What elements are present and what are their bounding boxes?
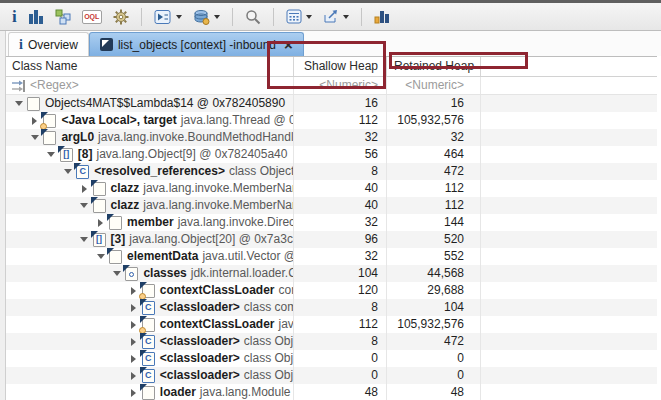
table-row[interactable]: C<classloader>class com8104 xyxy=(6,299,657,316)
class-name-cell: classesjdk.internal.loader.Cla xyxy=(6,265,294,282)
field-name: <Java Local>, target xyxy=(61,112,176,129)
reference-decorator-icon xyxy=(123,265,130,272)
table-row[interactable]: C<resolved_references>class Object[] @84… xyxy=(6,163,657,180)
collapse-twisty[interactable] xyxy=(28,129,41,146)
class-name-cell: clazzjava.lang.invoke.MemberName xyxy=(6,197,294,214)
collapse-twisty[interactable] xyxy=(78,197,91,214)
reference-decorator-icon xyxy=(140,316,147,323)
expand-twisty[interactable] xyxy=(94,214,107,231)
class-name-cell: contextClassLoaderjava xyxy=(6,316,294,333)
retained-heap-value: 29,688 xyxy=(387,282,481,299)
dominator-tree-button[interactable] xyxy=(53,6,73,28)
class-type: com xyxy=(279,282,295,299)
table-row[interactable]: contextClassLoadercom12029,688 xyxy=(6,282,657,299)
table-row[interactable]: clazzjava.lang.invoke.MemberName40112 xyxy=(6,180,657,197)
shallow-heap-filter-input[interactable]: <Numeric> xyxy=(294,77,387,94)
class-name-cell: elementDatajava.util.Vector @ 0x xyxy=(6,248,294,265)
chevron-down-icon xyxy=(306,15,312,19)
expand-twisty[interactable] xyxy=(127,350,140,367)
table-row[interactable]: C<classloader>class Obje00 xyxy=(6,367,657,384)
retained-heap-value: 16 xyxy=(387,95,481,112)
class-type: java.lang.invoke.DirectMe xyxy=(178,214,294,231)
histogram-button[interactable] xyxy=(26,6,46,28)
reference-decorator-icon xyxy=(107,248,114,255)
collapse-twisty[interactable] xyxy=(110,265,123,282)
heap-dump-button[interactable] xyxy=(191,6,222,28)
expand-twisty[interactable] xyxy=(127,367,140,384)
table-row[interactable]: [][3]java.lang.Object[20] @ 0x7a3c96520 xyxy=(6,231,657,248)
query-browser-button[interactable] xyxy=(152,6,184,28)
search-button[interactable] xyxy=(243,6,263,28)
filter-row: <Regex> <Numeric> <Numeric> xyxy=(6,77,657,95)
close-icon[interactable]: × xyxy=(284,38,293,51)
table-row[interactable]: <Java Local>, targetjava.lang.Thread @ 0… xyxy=(6,112,657,129)
shallow-heap-value: 56 xyxy=(294,146,387,163)
class-type: class Obje xyxy=(244,333,294,350)
row-filler xyxy=(481,367,657,384)
retained-heap-value: 552 xyxy=(387,248,481,265)
table-row[interactable]: argL0java.lang.invoke.BoundMethodHandle$… xyxy=(6,129,657,146)
reference-decorator-icon xyxy=(140,299,147,306)
table-row[interactable]: Objects4MAT$$Lambda$14 @ 0x7824058901616 xyxy=(6,95,657,112)
compare-button[interactable] xyxy=(372,6,392,28)
expand-twisty[interactable] xyxy=(127,316,140,333)
class-icon: C xyxy=(142,369,155,383)
column-header-class-name[interactable]: Class Name xyxy=(6,57,294,76)
retained-heap-value: 112 xyxy=(387,197,481,214)
expand-twisty[interactable] xyxy=(78,180,91,197)
table-row[interactable]: loaderjava.lang.Module @4848 xyxy=(6,384,657,400)
export-button[interactable] xyxy=(321,6,351,28)
query-browser-icon xyxy=(154,9,172,25)
class-type: jdk.internal.loader.Cla xyxy=(191,265,294,282)
shallow-heap-value: 32 xyxy=(294,129,387,146)
expand-twisty[interactable] xyxy=(127,333,140,350)
expand-twisty[interactable] xyxy=(127,299,140,316)
row-filler xyxy=(481,231,657,248)
class-name-cell: C<resolved_references>class Object[] @ xyxy=(6,163,294,180)
row-filler xyxy=(481,129,657,146)
regex-filter-input[interactable]: <Regex> xyxy=(30,77,79,94)
column-header-retained-heap[interactable]: Retained Heap xyxy=(387,57,481,76)
table-row[interactable]: clazzjava.lang.invoke.MemberName40112 xyxy=(6,197,657,214)
object-local-icon xyxy=(43,114,56,128)
tab-list-objects[interactable]: list_objects [context] -inbound × xyxy=(89,32,304,56)
table-row[interactable]: contextClassLoaderjava112105,932,576 xyxy=(6,316,657,333)
reference-decorator-icon xyxy=(140,384,147,391)
table-row[interactable]: C<classloader>class Obje00 xyxy=(6,350,657,367)
collapse-twisty[interactable] xyxy=(61,163,74,180)
expand-twisty[interactable] xyxy=(127,282,140,299)
table-row[interactable]: memberjava.lang.invoke.DirectMe32144 xyxy=(6,214,657,231)
object-icon xyxy=(109,250,122,264)
calculator-button[interactable] xyxy=(284,6,314,28)
expand-twisty[interactable] xyxy=(127,384,140,400)
field-name: <classloader> xyxy=(160,367,240,384)
shallow-heap-value: 0 xyxy=(294,350,387,367)
field-name: clazz xyxy=(111,180,140,197)
table-row[interactable]: C<classloader>class Obje8472 xyxy=(6,333,657,350)
retained-heap-filter-input[interactable]: <Numeric> xyxy=(387,77,481,94)
class-name-cell: argL0java.lang.invoke.BoundMethodHandle$… xyxy=(6,129,294,146)
heap-dump-icon xyxy=(193,9,210,25)
expert-features-button[interactable] xyxy=(111,6,131,28)
oql-button[interactable]: OQL xyxy=(80,6,104,28)
class-type: class Obje xyxy=(244,350,294,367)
object-icon xyxy=(142,386,155,400)
export-icon xyxy=(323,9,339,25)
class-type: java.lang.invoke.BoundMethodHandle$S xyxy=(98,129,294,146)
table-row[interactable]: elementDatajava.util.Vector @ 0x32552 xyxy=(6,248,657,265)
column-header-shallow-heap[interactable]: Shallow Heap xyxy=(294,57,387,76)
table-row[interactable]: [][8]java.lang.Object[9] @ 0x782405a4056… xyxy=(6,146,657,163)
retained-heap-value: 44,568 xyxy=(387,265,481,282)
filter-icon xyxy=(12,80,25,92)
collapse-twisty[interactable] xyxy=(94,248,107,265)
collapse-twisty[interactable] xyxy=(12,95,25,112)
collapse-twisty[interactable] xyxy=(45,146,58,163)
tab-overview[interactable]: i Overview xyxy=(8,32,89,56)
table-row[interactable]: classesjdk.internal.loader.Cla10444,568 xyxy=(6,265,657,282)
class-type: class com xyxy=(244,299,294,316)
info-button[interactable]: i xyxy=(10,6,19,28)
class-type: java.lang.Object[20] @ 0x7a3c xyxy=(129,231,293,248)
collapse-twisty[interactable] xyxy=(78,231,91,248)
reference-decorator-icon xyxy=(91,197,98,204)
class-name-cell: <Java Local>, targetjava.lang.Thread @ 0… xyxy=(6,112,294,129)
